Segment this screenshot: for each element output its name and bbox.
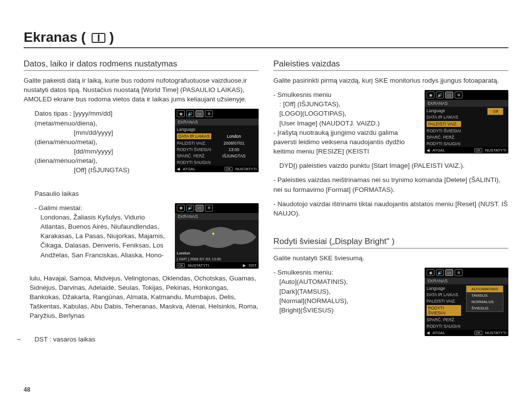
sound-icon: 🔊 <box>436 269 444 276</box>
lcd4-sub-auto: AUTOMATINIS <box>466 286 503 292</box>
camera-lcd-4: ◉ 🔊 ▭ ✲ EKRANAS Language DATA IR LAIKAS … <box>425 268 508 336</box>
lcd1-footer: ◀ATGAL OKNUSTATYTI <box>175 166 259 172</box>
startup-submenu-row: - Smulkesnis meniu : [Off] (IŠJUNGTAS), … <box>273 90 508 156</box>
bright-submenu-row: - Smulkesnis meniu: [Auto](AUTOMATINIS),… <box>273 268 508 336</box>
date-type-row: Datos tipas : [yyyy/mm/dd] (metai/mėnuo/… <box>24 109 259 175</box>
lcd1-head: EKRANAS <box>175 119 259 125</box>
date-type-line-2: [dd/mm/yyyy] (diena/mėnuo/metai), <box>34 148 113 164</box>
camera-icon: ◉ <box>177 205 185 212</box>
left-column: Datos, laiko ir datos rodmens nustatymas… <box>24 57 259 349</box>
display-tab-icon: ▭ <box>445 92 453 98</box>
lcd1-tabs: ◉ 🔊 ▭ ✲ <box>175 109 259 119</box>
date-type-line-3: [Off] (IŠJUNGTAS) <box>34 166 130 174</box>
svg-point-1 <box>212 233 214 235</box>
back-icon: ◀ <box>427 331 430 335</box>
world-time-text: - Galimi miestai: Londonas, Žaliasis Kyš… <box>24 203 169 260</box>
startup-sub-line-0: : [Off] (IŠJUNGTAS), <box>273 99 419 109</box>
cities-label: - Galimi miestai: <box>34 203 169 213</box>
gear-icon: ✲ <box>205 205 213 212</box>
world-time-row: - Galimi miestai: Londonas, Žaliasis Kyš… <box>24 203 259 269</box>
bright-sub-line-3: [Bright](ŠVIESUS) <box>273 306 419 315</box>
dst-icon: ▶ <box>243 263 246 268</box>
camera-lcd-1: ◉ 🔊 ▭ ✲ EKRANAS Language DATA IR LAIKASL… <box>175 109 259 172</box>
title-suffix: ) <box>109 30 114 45</box>
lcd4-sub-dark: TAMSUS <box>466 292 503 299</box>
lcd3-sub-off: Off <box>488 108 503 115</box>
date-type-line-1: [mm/dd/yyyy] (diena/mėnuo/metai), <box>34 129 113 146</box>
gear-icon: ✲ <box>455 92 463 98</box>
sound-icon: 🔊 <box>436 92 444 98</box>
startup-bullet-0b: DYDĮ) paleisties vaizdo punktu [Start Im… <box>273 161 508 170</box>
lcd4-tabs: ◉ 🔊 ▭ ✲ <box>425 268 508 278</box>
sound-icon: 🔊 <box>186 205 194 212</box>
bright-sub-line-2: [Normal](NORMALUS), <box>273 296 419 306</box>
lcd2-tabs: ◉ 🔊 ▭ ✲ <box>175 203 259 213</box>
back-icon: ◀ <box>177 167 180 171</box>
map-city: London <box>177 251 190 255</box>
title-prefix: Ekranas ( <box>24 30 86 45</box>
page-number: 48 <box>24 386 30 393</box>
lcd3-submenu: Off <box>487 108 503 115</box>
lcd4-sub-bright: ŠVIESUS <box>466 305 503 311</box>
startup-bullet-2: - Naudotojo vaizdai ištrinami tiktai nau… <box>273 199 508 218</box>
lcd4-head: EKRANAS <box>425 278 508 284</box>
date-type-text: Datos tipas : [yyyy/mm/dd] (metai/mėnuo/… <box>24 109 169 175</box>
section-date-time: Datos, laiko ir datos rodmens nustatymas <box>24 59 259 71</box>
gear-icon: ✲ <box>455 269 463 276</box>
cities-part2: lulu, Havajai, Samoa, Midvėjus, Velingto… <box>24 274 259 321</box>
lcd3-tabs: ◉ 🔊 ▭ ✲ <box>425 90 508 100</box>
startup-sub-line-2: [User Image] (NAUDOTJ. VAIZD.) <box>273 119 419 128</box>
display-tab-icon: ▭ <box>196 110 203 117</box>
world-map: London [ GMT ] 2008 /07 /01 13:00 <box>175 220 259 262</box>
world-time-head: Pasaulio laikas <box>24 189 259 198</box>
map-gmt: [ GMT ] 2008 /07 /01 13:00 <box>177 257 257 261</box>
date-time-intro: Galite pakeisti datą ir laiką, kurie bus… <box>24 76 259 104</box>
startup-submenu-text: - Smulkesnis meniu : [Off] (IŠJUNGTAS), … <box>273 90 419 156</box>
startup-intro: Galite pasirinkti pirmą vaizdą, kurį SKE… <box>273 76 508 85</box>
gear-icon: ✲ <box>205 110 213 117</box>
dst-note: DST : vasaros laikas <box>24 335 259 344</box>
display-tab-icon: ▭ <box>445 269 453 276</box>
lcd4-submenu: AUTOMATINIS TAMSUS NORMALUS ŠVIESUS <box>466 285 503 312</box>
lcd3-footer: ◀ATGAL OKNUSTATYTI <box>425 147 508 154</box>
display-tab-icon: ▭ <box>196 205 203 212</box>
lcd3-head: EKRANAS <box>425 100 508 107</box>
startup-bullet-0: - Įrašytą nuotrauką įjungimo vaizdu gali… <box>273 128 419 156</box>
right-column: Paleisties vaizdas Galite pasirinkti pir… <box>273 57 508 349</box>
lcd4-sub-normal: NORMALUS <box>466 299 503 305</box>
camera-icon: ◉ <box>427 269 434 276</box>
bright-sub-label: - Smulkesnis meniu: <box>273 268 419 277</box>
lcd2-head: EKRANAS <box>175 213 259 220</box>
cities-part1: Londonas, Žaliasis Kyšulys, Vidurio Atla… <box>34 213 169 260</box>
startup-sub-line-1: [LOGO](LOGOTIPAS), <box>273 109 419 118</box>
sound-icon: 🔊 <box>186 110 194 117</box>
startup-bullet-1: - Paleisties vaizdas neištrinamas nei su… <box>273 175 508 194</box>
bright-submenu-text: - Smulkesnis meniu: [Auto](AUTOMATINIS),… <box>273 268 419 315</box>
camera-lcd-3: ◉ 🔊 ▭ ✲ EKRANAS Language DATA IR LAIKAS … <box>425 90 508 154</box>
section-display-bright: Rodyti šviesiai („Display Bright" ) <box>273 237 508 248</box>
page-title: Ekranas ( ) <box>24 30 508 48</box>
camera-icon: ◉ <box>177 110 185 117</box>
camera-icon: ◉ <box>427 92 434 98</box>
bright-intro: Galite nustatyti SKE šviesumą. <box>273 253 508 263</box>
lcd4-footer: ◀ATGAL OKNUSTATYTI <box>425 330 508 336</box>
back-icon: ◀ <box>427 148 430 153</box>
content-columns: Datos, laiko ir datos rodmens nustatymas… <box>24 57 508 349</box>
startup-sub-label: - Smulkesnis meniu <box>273 90 419 99</box>
bright-sub-line-1: [Dark](TAMSUS), <box>273 287 419 296</box>
section-startup-image: Paleisties vaizdas <box>273 59 508 71</box>
camera-lcd-2: ◉ 🔊 ▭ ✲ EKRANAS London [ GMT ] 2008 /07 … <box>175 203 259 269</box>
bright-sub-line-0: [Auto](AUTOMATINIS), <box>273 277 419 286</box>
date-type-label: Datos tipas : <box>34 110 71 117</box>
lcd2-footer: OKNUSTATYTI ▶DST <box>175 262 259 269</box>
display-icon <box>92 33 105 43</box>
lcd1-menu: Language DATA IR LAIKASLondon PALEISTI V… <box>175 125 259 166</box>
